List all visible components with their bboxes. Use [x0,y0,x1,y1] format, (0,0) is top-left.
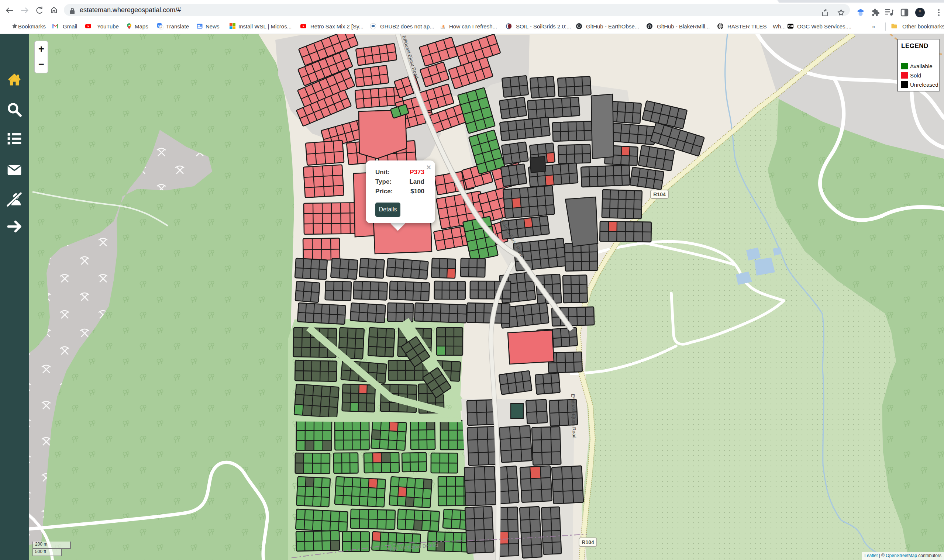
svg-text:A: A [160,26,162,29]
svg-text:R104: R104 [653,191,666,197]
svg-text:R104: R104 [582,539,594,545]
